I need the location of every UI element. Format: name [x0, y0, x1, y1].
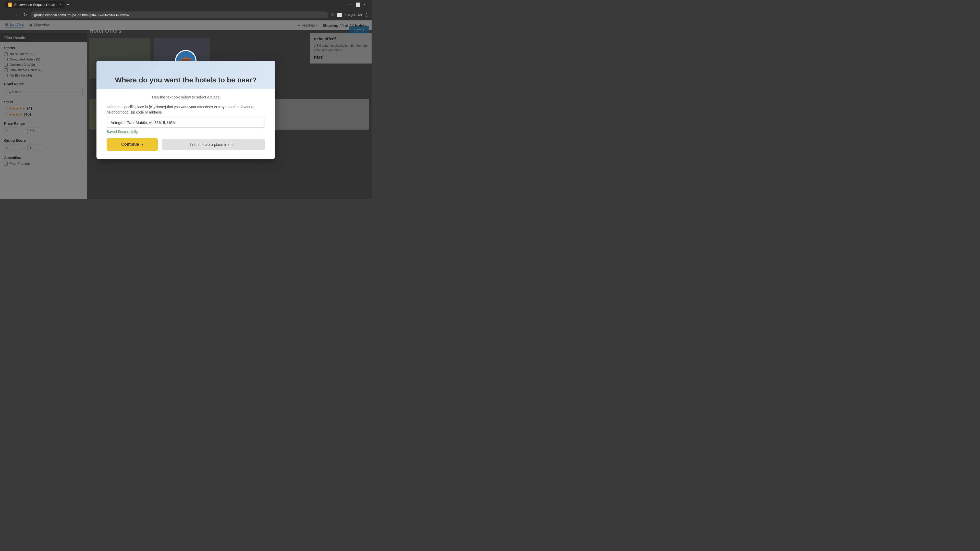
forward-button[interactable]: → [12, 11, 19, 18]
modal-dialog: 💼 Where do you want the hotels to be nea… [97, 61, 275, 159]
continue-label: Continue [121, 142, 139, 147]
modal-subtitle: Use the text box below to select a place [107, 95, 265, 99]
minimize-button[interactable]: — [350, 3, 353, 6]
modal-actions: Continue › I don't have a place in mind [107, 138, 265, 151]
browser-chrome: E Reservation Request Details × + — ⬜ × … [0, 0, 372, 21]
new-tab-button[interactable]: + [67, 2, 69, 7]
modal-question: Is there a specific place in {cityName} … [107, 104, 265, 115]
address-input[interactable] [30, 11, 328, 18]
modal-overlay: 💼 Where do you want the hotels to be nea… [0, 21, 372, 199]
incognito-label: Incognito (2) [345, 13, 362, 17]
window-action-controls[interactable]: — ⬜ × [350, 3, 366, 6]
active-tab[interactable]: E Reservation Request Details × [5, 1, 65, 8]
saved-success-message: Saved Successfully [107, 130, 265, 134]
tab-close-button[interactable]: × [59, 3, 62, 6]
modal-hero: Where do you want the hotels to be near? [97, 61, 275, 89]
no-place-label: I don't have a place in mind [190, 142, 237, 147]
continue-chevron-icon: › [142, 142, 143, 147]
modal-body: Use the text box below to select a place… [97, 89, 275, 159]
toolbar-actions: ☆ ⬜ Incognito (2) ⋮ [331, 12, 369, 17]
no-place-button[interactable]: I don't have a place in mind [162, 139, 265, 150]
reload-button[interactable]: ↻ [21, 11, 29, 18]
menu-icon[interactable]: ⋮ [364, 13, 369, 17]
bookmark-icon[interactable]: ☆ [331, 12, 334, 17]
maximize-button[interactable]: ⬜ [356, 3, 360, 6]
continue-button[interactable]: Continue › [107, 138, 158, 151]
address-bar-row: ← → ↻ ☆ ⬜ Incognito (2) ⋮ [0, 9, 372, 21]
tab-favicon: E [8, 3, 12, 6]
back-button[interactable]: ← [3, 11, 10, 18]
title-bar: E Reservation Request Details × + — ⬜ × [0, 0, 372, 9]
page-background: ☰ List View ◉ Map View ↩ Feedback Showin… [0, 21, 372, 199]
profile-icon[interactable]: ⬜ [337, 13, 342, 17]
modal-title: Where do you want the hotels to be near? [115, 76, 256, 84]
tab-title: Reservation Request Details [14, 3, 56, 6]
close-button[interactable]: × [363, 3, 366, 6]
location-input[interactable] [107, 118, 265, 127]
